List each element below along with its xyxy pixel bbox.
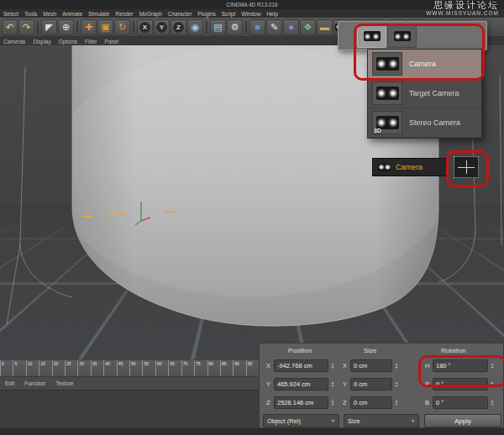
add-subdivision-button[interactable]: ● (283, 19, 299, 35)
rotation-h-stepper[interactable]: ▲▼ (489, 359, 496, 372)
size-z-value: 0 cm (354, 399, 367, 406)
stepper-down-icon[interactable]: ▼ (395, 385, 398, 388)
size-z-field[interactable]: 0 cm (350, 396, 392, 409)
position-z-value: 2526.146 cm (277, 399, 313, 406)
menu-item-target-camera[interactable]: Target Camera (368, 79, 481, 108)
rotation-b-stepper[interactable]: ▲▼ (489, 396, 496, 409)
vp-menu-options[interactable]: Options (59, 39, 77, 45)
menu-item-camera[interactable]: Camera (368, 50, 481, 79)
add-floor-button[interactable]: ▬ (317, 19, 333, 35)
stepper-down-icon[interactable]: ▼ (395, 403, 398, 406)
stepper-down-icon[interactable]: ▼ (331, 366, 334, 369)
menu-item-script[interactable]: Script (222, 11, 236, 17)
stepper-down-icon[interactable]: ▼ (491, 385, 494, 388)
menu-item-character[interactable]: Character (168, 11, 192, 17)
toolbar-separator (245, 21, 247, 34)
coordinate-system-button[interactable]: ◉ (187, 19, 203, 35)
stepper-down-icon[interactable]: ▼ (491, 366, 494, 369)
coord-row-y: Y 465.924 cm ▲▼ Y 0 cm ▲▼ P 0 ° ▲▼ (260, 378, 503, 391)
size-mode-dropdown[interactable]: Size ▼ (344, 414, 419, 427)
position-y-label: Y (266, 378, 270, 390)
chevron-down-icon: ▼ (411, 418, 415, 423)
menu-item-tools[interactable]: Tools (24, 11, 37, 17)
menu-item-plugins[interactable]: Plugins (197, 11, 215, 17)
menu-item-window[interactable]: Window (241, 11, 260, 17)
size-y-value: 0 cm (354, 380, 367, 388)
ruler-tick: 70 (181, 360, 194, 376)
menu-item-stereo-camera-label: Stereo Camera (409, 118, 460, 127)
live-selection-icon[interactable]: ⊕ (58, 19, 74, 35)
render-settings-button[interactable]: ⚙ (227, 19, 243, 35)
focus-crosshair-icon[interactable] (454, 156, 479, 178)
rotation-p-field[interactable]: 0 ° (433, 378, 488, 390)
x-axis-lock-button[interactable]: X (137, 19, 153, 35)
render-view-button[interactable]: ▤ (210, 19, 226, 35)
menu-item-render[interactable]: Render (115, 11, 133, 17)
vp-menu-panel[interactable]: Panel (105, 39, 119, 45)
camera-command-button-alt[interactable] (387, 24, 417, 48)
bottom-menu-function[interactable]: Function (24, 380, 45, 386)
stereo-camera-icon: 3D (372, 111, 402, 134)
bottom-menu-texture[interactable]: Texture (55, 380, 73, 386)
add-array-button[interactable]: ❖ (300, 19, 316, 35)
add-spline-button[interactable]: ✎ (266, 19, 282, 35)
size-y-field[interactable]: 0 cm (350, 378, 392, 390)
position-x-stepper[interactable]: ▲▼ (329, 359, 336, 372)
menu-item-select[interactable]: Select (3, 11, 18, 17)
coordinates-panel: Position Size Rotation X -942.768 cm ▲▼ … (259, 343, 504, 428)
stepper-down-icon[interactable]: ▼ (331, 403, 334, 406)
watermark: 思缘设计论坛 WWW.MISSYUAN.COM (426, 1, 499, 16)
menu-item-mograph[interactable]: MoGraph (139, 11, 162, 17)
rotation-h-field[interactable]: 180 ° (433, 359, 488, 372)
ruler-tick: 95 (246, 360, 259, 376)
position-y-stepper[interactable]: ▲▼ (329, 378, 336, 390)
size-y-label: Y (343, 378, 347, 390)
camera-command-button[interactable] (357, 24, 386, 48)
ruler-tick: 15 (39, 360, 51, 376)
stereo-3d-badge: 3D (374, 128, 381, 134)
camera-icon (364, 31, 381, 41)
stepper-down-icon[interactable]: ▼ (331, 385, 334, 388)
vp-menu-cameras[interactable]: Cameras (3, 39, 25, 45)
apply-button[interactable]: Apply (424, 414, 501, 427)
z-axis-lock-button[interactable]: Z (171, 19, 186, 35)
rotation-h-label: H (425, 359, 429, 372)
timeline-ruler[interactable]: 0 5 10 15 20 25 30 35 40 45 50 55 60 65 … (0, 359, 259, 376)
scale-tool-icon[interactable]: ▣ (97, 19, 113, 35)
position-z-field[interactable]: 2526.146 cm (274, 396, 328, 409)
coord-mode-dropdown[interactable]: Object (Rel) ▼ (263, 414, 339, 427)
undo-icon[interactable]: ↶ (2, 19, 18, 35)
rotation-b-field[interactable]: 0 ° (433, 396, 488, 409)
ruler-tick: 25 (65, 360, 77, 376)
chevron-down-icon: ▼ (331, 418, 335, 423)
add-cube-button[interactable]: ■ (249, 19, 265, 35)
rotate-tool-icon[interactable]: ↻ (114, 19, 130, 35)
bottom-menu-edit[interactable]: Edit (5, 380, 14, 386)
size-y-stepper[interactable]: ▲▼ (393, 378, 400, 390)
position-z-stepper[interactable]: ▲▼ (329, 396, 336, 409)
size-x-field[interactable]: 0 cm (350, 359, 392, 372)
menu-item-help[interactable]: Help (266, 11, 277, 17)
menu-item-animate[interactable]: Animate (62, 11, 82, 17)
coord-row-z: Z 2526.146 cm ▲▼ Z 0 cm ▲▼ B 0 ° ▲▼ (260, 396, 503, 410)
stepper-down-icon[interactable]: ▼ (395, 366, 398, 369)
rotation-p-stepper[interactable]: ▲▼ (489, 378, 496, 390)
size-x-stepper[interactable]: ▲▼ (393, 359, 400, 372)
size-z-stepper[interactable]: ▲▼ (393, 396, 400, 409)
menu-item-simulate[interactable]: Simulate (88, 11, 109, 17)
ruler-tick: 10 (26, 360, 39, 376)
y-axis-lock-button[interactable]: Y (154, 19, 170, 35)
redo-icon[interactable]: ↷ (18, 19, 34, 35)
position-x-field[interactable]: -942.768 cm (274, 359, 328, 372)
hud-camera-label[interactable]: Camera (372, 158, 448, 176)
coord-mode-value: Object (Rel) (267, 417, 301, 425)
move-tool-icon[interactable]: ✚ (81, 19, 97, 35)
stepper-down-icon[interactable]: ▼ (491, 403, 494, 406)
target-camera-icon (372, 81, 402, 105)
select-tool-icon[interactable]: ◤ (41, 19, 57, 35)
position-y-field[interactable]: 465.924 cm (274, 378, 328, 390)
menu-item-mesh[interactable]: Mesh (43, 11, 56, 17)
vp-menu-filter[interactable]: Filter (85, 39, 97, 45)
menu-item-stereo-camera[interactable]: 3D Stereo Camera (368, 108, 481, 138)
vp-menu-display[interactable]: Display (33, 39, 50, 45)
